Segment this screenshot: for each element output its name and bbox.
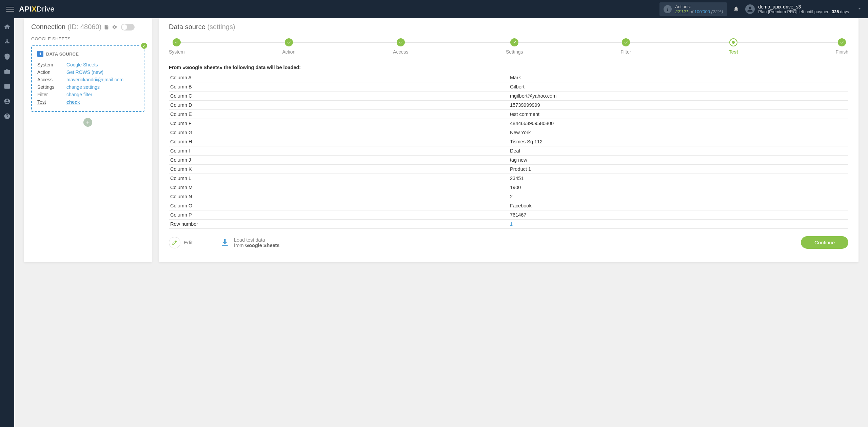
- data-preview-table: Column AMarkColumn BGilbertColumn Cmgilb…: [169, 73, 848, 229]
- table-cell-key: Column A: [169, 73, 509, 82]
- info-icon: i: [664, 5, 672, 13]
- table-cell-value: tag new: [509, 156, 848, 165]
- table-cell-key: Column J: [169, 156, 509, 165]
- table-cell-value: 1: [509, 220, 848, 229]
- connection-toggle[interactable]: [121, 24, 135, 30]
- table-cell-key: Column I: [169, 146, 509, 156]
- table-row: Column P761467: [169, 210, 848, 220]
- user-menu[interactable]: demo_apix-drive_s3 Plan |Premium PRO| le…: [745, 4, 862, 14]
- logo[interactable]: APIXDrive: [19, 5, 55, 14]
- step-action[interactable]: Action: [282, 38, 295, 55]
- table-row: Row number1: [169, 220, 848, 229]
- ds-action-link[interactable]: Get ROWS (new): [66, 69, 103, 75]
- table-cell-value: 4844663909580800: [509, 119, 848, 128]
- hamburger-menu-button[interactable]: [6, 5, 14, 13]
- table-cell-key: Column F: [169, 119, 509, 128]
- table-cell-value: Mark: [509, 73, 848, 82]
- step-finish[interactable]: Finish: [836, 38, 848, 55]
- table-row: Column GNew York: [169, 128, 848, 137]
- table-cell-value: 15739999999: [509, 101, 848, 110]
- actions-used: 22'121: [675, 9, 688, 14]
- table-cell-value: Product 1: [509, 165, 848, 174]
- app-header: APIXDrive i Actions: 22'121 of 100'000 (…: [0, 0, 868, 18]
- ds-settings-link[interactable]: change settings: [66, 84, 100, 90]
- table-row: Column Etest comment: [169, 110, 848, 119]
- data-source-card: 1 DATA SOURCE SystemGoogle Sheets Action…: [31, 45, 144, 112]
- table-cell-key: Column M: [169, 183, 509, 192]
- from-text: From «Google Sheets» the following data …: [169, 65, 848, 70]
- settings-panel: Data source (settings) System Action Acc…: [159, 18, 859, 262]
- table-cell-key: Column N: [169, 192, 509, 201]
- nav-account-icon[interactable]: [3, 98, 11, 105]
- connection-panel: Connection (ID: 48060) GOOGLE SHEETS 1 D…: [24, 18, 152, 262]
- connection-subtitle: GOOGLE SHEETS: [31, 36, 144, 41]
- table-cell-value: test comment: [509, 110, 848, 119]
- document-icon[interactable]: [103, 24, 110, 30]
- table-row: Column BGilbert: [169, 82, 848, 92]
- table-cell-key: Column C: [169, 92, 509, 101]
- svg-text:$: $: [6, 54, 9, 59]
- table-row: Column AMark: [169, 73, 848, 82]
- table-row: Column M1900: [169, 183, 848, 192]
- pencil-icon: [169, 237, 180, 248]
- avatar-icon: [745, 4, 755, 14]
- step-settings[interactable]: Settings: [506, 38, 523, 55]
- ds-filter-link[interactable]: change filter: [66, 92, 92, 97]
- step-filter[interactable]: Filter: [620, 38, 631, 55]
- table-cell-key: Column O: [169, 201, 509, 210]
- nav-help-icon[interactable]: [3, 113, 11, 120]
- table-row: Column D15739999999: [169, 101, 848, 110]
- table-cell-value: 1900: [509, 183, 848, 192]
- plan-info: Plan |Premium PRO| left until payment 32…: [758, 9, 849, 14]
- table-cell-value: 23451: [509, 174, 848, 183]
- table-row: Column F4844663909580800: [169, 119, 848, 128]
- nav-home-icon[interactable]: [3, 23, 11, 30]
- actions-label: Actions:: [675, 4, 723, 9]
- nav-billing-icon[interactable]: $: [3, 53, 11, 60]
- nav-connections-icon[interactable]: [3, 38, 11, 45]
- notifications-icon[interactable]: [733, 6, 739, 13]
- actions-pct: (22%): [711, 9, 723, 14]
- nav-video-icon[interactable]: [3, 83, 11, 90]
- table-cell-value: 2: [509, 192, 848, 201]
- table-row: Column IDeal: [169, 146, 848, 156]
- table-cell-key: Column G: [169, 128, 509, 137]
- table-row: Column Jtag new: [169, 156, 848, 165]
- table-row: Column Cmgilbert@yahoo.com: [169, 92, 848, 101]
- download-icon: [220, 238, 230, 248]
- edit-button[interactable]: Edit: [169, 237, 193, 248]
- actions-of: of: [690, 9, 693, 14]
- table-cell-value: 761467: [509, 210, 848, 220]
- table-cell-key: Column E: [169, 110, 509, 119]
- check-badge-icon: [140, 42, 148, 49]
- ds-access-link[interactable]: maverickandrii@gmail.com: [66, 77, 123, 82]
- chevron-down-icon: [857, 6, 862, 12]
- table-cell-key: Column D: [169, 101, 509, 110]
- table-cell-key: Column L: [169, 174, 509, 183]
- data-source-number: 1: [37, 51, 43, 57]
- gear-icon[interactable]: [112, 24, 118, 30]
- step-test[interactable]: Test: [729, 38, 738, 55]
- table-row: Column HTismes Sq 112: [169, 137, 848, 146]
- table-cell-value: mgilbert@yahoo.com: [509, 92, 848, 101]
- table-row: Column N2: [169, 192, 848, 201]
- step-system[interactable]: System: [169, 38, 185, 55]
- add-step-button[interactable]: +: [83, 118, 92, 127]
- table-row: Column OFacebook: [169, 201, 848, 210]
- side-nav: $: [0, 18, 14, 272]
- table-cell-key: Column K: [169, 165, 509, 174]
- continue-button[interactable]: Continue: [801, 236, 848, 249]
- load-test-data-button[interactable]: Load test data from Google Sheets: [220, 237, 280, 248]
- actions-counter[interactable]: i Actions: 22'121 of 100'000 (22%): [659, 2, 727, 16]
- table-cell-key: Row number: [169, 220, 509, 229]
- table-row: Column L23451: [169, 174, 848, 183]
- table-row: Column KProduct 1: [169, 165, 848, 174]
- nav-briefcase-icon[interactable]: [3, 68, 11, 75]
- step-access[interactable]: Access: [393, 38, 408, 55]
- username: demo_apix-drive_s3: [758, 4, 849, 9]
- ds-test-link[interactable]: check: [66, 99, 80, 105]
- panel-title: Data source (settings): [169, 23, 848, 31]
- wizard-stepper: System Action Access Settings Filter Tes…: [169, 38, 848, 55]
- connection-title: Connection (ID: 48060): [31, 23, 144, 31]
- ds-system-link[interactable]: Google Sheets: [66, 62, 98, 67]
